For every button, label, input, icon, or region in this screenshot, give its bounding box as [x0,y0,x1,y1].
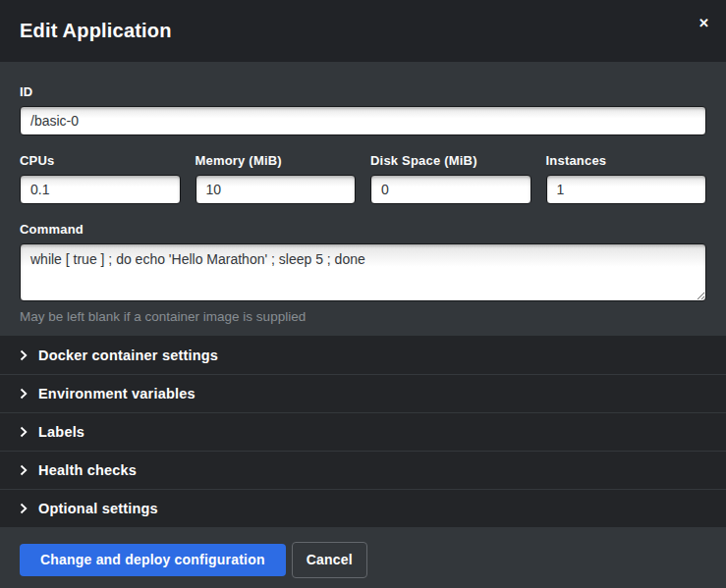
disk-field-group: Disk Space (MiB) [370,153,531,204]
id-field-group: ID [20,84,706,135]
section-label: Labels [38,424,84,440]
section-environment-variables[interactable]: Environment variables [0,374,726,412]
section-health-checks[interactable]: Health checks [0,451,726,489]
section-docker-container-settings[interactable]: Docker container settings [0,336,726,374]
modal-title: Edit Application [20,20,172,42]
cpus-input[interactable] [20,175,181,204]
change-and-deploy-button[interactable]: Change and deploy configuration [20,544,286,576]
edit-application-modal: Edit Application ✕ ID CPUs Memory (MiB) … [0,0,726,588]
collapsible-sections: Docker container settings Environment va… [0,336,726,527]
application-form: ID CPUs Memory (MiB) Disk Space (MiB) In… [0,62,726,336]
chevron-right-icon [20,349,28,361]
chevron-right-icon [20,426,28,438]
chevron-right-icon [20,503,28,514]
section-label: Optional settings [38,501,158,516]
command-help-text: May be left blank if a container image i… [20,309,706,324]
resources-row: CPUs Memory (MiB) Disk Space (MiB) Insta… [20,153,706,204]
chevron-right-icon [20,464,28,476]
section-label: Docker container settings [38,347,218,363]
memory-label: Memory (MiB) [195,153,357,168]
memory-field-group: Memory (MiB) [195,153,357,204]
id-input[interactable] [20,106,706,135]
section-optional-settings[interactable]: Optional settings [0,489,726,527]
section-label: Health checks [38,462,137,478]
command-textarea[interactable]: while [ true ] ; do echo 'Hello Marathon… [20,243,706,301]
section-labels[interactable]: Labels [0,412,726,451]
cpus-field-group: CPUs [20,153,181,204]
memory-input[interactable] [195,175,357,204]
disk-label: Disk Space (MiB) [370,153,531,168]
chevron-right-icon [20,388,28,400]
command-label: Command [20,222,706,237]
id-label: ID [20,84,706,99]
instances-field-group: Instances [546,153,707,204]
modal-header: Edit Application ✕ [0,0,726,62]
instances-input[interactable] [546,175,707,204]
modal-footer: Change and deploy configuration Cancel [0,527,726,588]
section-label: Environment variables [38,386,195,401]
command-field-group: Command while [ true ] ; do echo 'Hello … [20,222,706,324]
instances-label: Instances [546,153,707,168]
disk-input[interactable] [370,175,531,204]
cpus-label: CPUs [20,153,181,168]
cancel-button[interactable]: Cancel [292,542,367,578]
close-icon[interactable]: ✕ [696,14,712,32]
